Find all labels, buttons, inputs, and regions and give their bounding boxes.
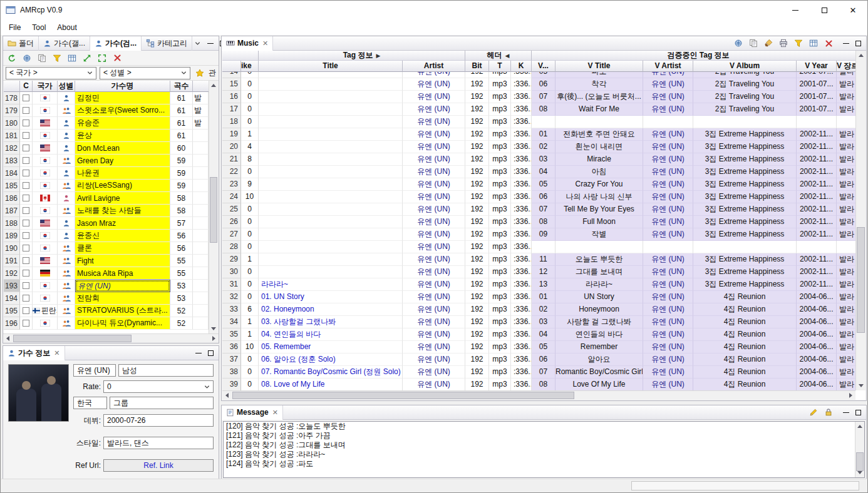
tab-left-0[interactable]: 폴더 [3,36,39,51]
artist-row[interactable]: 186Avril Lavigne58 [4,192,209,205]
checkbox[interactable] [23,220,29,226]
checkbox[interactable] [23,132,29,139]
message-vertical-scrollbar[interactable] [855,422,864,477]
artist-name[interactable]: 다이나믹 듀오(Dynamic... [75,317,170,330]
checkbox[interactable] [23,320,29,327]
artist-name[interactable]: STRATOVARIUS (스트라... [75,305,170,317]
check-cell[interactable] [20,92,33,104]
music-col-header-11[interactable]: V Year [797,61,837,72]
scroll-down-icon[interactable] [211,327,216,330]
artist-name[interactable]: 유엔 (UN) [75,280,170,292]
country-filter-select[interactable]: < 국가 > [6,67,96,79]
minimize-view-button[interactable] [205,38,215,48]
fit-button[interactable] [96,52,108,64]
minimize-window-button[interactable] [781,1,810,19]
tab-left-2[interactable]: 가수(검... [90,36,142,51]
music-row[interactable]: 270유엔 (UN)192mp3:336...09작별유엔 (UN)3집 Ext… [222,228,855,241]
artist-row[interactable]: 190클론56 [4,242,209,255]
favorite-button[interactable] [194,67,205,79]
artist-row[interactable]: 183Green Day59 [4,155,209,167]
checkbox[interactable] [23,145,29,151]
ref-link-button[interactable]: Ref. Link [103,459,214,472]
check-cell[interactable] [20,205,33,217]
brush-button[interactable] [762,37,775,49]
music-row[interactable]: 220유엔 (UN)192mp3:336...04아침유엔 (UN)3집 Ext… [222,166,855,178]
checkbox[interactable] [23,257,29,264]
music-row[interactable]: 361005. Remember유엔 (UN)192mp3:336...05Re… [222,341,855,353]
artist-col-header-3[interactable]: 성별 [58,81,75,92]
artist-name[interactable]: Jason Mraz [75,217,170,230]
scroll-up-icon[interactable] [211,84,216,87]
checkbox[interactable] [23,182,29,189]
artist-name[interactable]: 클론 [75,242,170,255]
artist-vertical-scrollbar[interactable] [209,81,218,333]
artist-row[interactable]: 181윤상61 [4,130,209,142]
music-col-header-7[interactable]: V... [532,61,555,72]
music-row[interactable]: 34103. 사랑할걸 그랬나봐유엔 (UN)192mp3:336...03사랑… [222,316,855,328]
music-header-blank[interactable] [222,61,241,72]
music-col-header-9[interactable]: V Artist [643,61,693,72]
artist-name[interactable]: 나윤권 [75,167,170,180]
artist-row[interactable]: 185리쌍(LeeSSang)59 [4,180,209,192]
grid-button[interactable] [807,37,820,49]
music-row[interactable]: 204유엔 (UN)192mp3:336...02흰눈이 내리면유엔 (UN)3… [222,141,855,153]
copy-button[interactable] [747,37,760,49]
tab-left-3[interactable]: 카테고리 [142,36,192,51]
style-field[interactable]: 발라드, 댄스 [103,437,214,449]
scrollbar-thumb[interactable] [210,177,217,243]
close-tab-icon[interactable]: ✕ [54,349,59,357]
artist-name[interactable]: 전람회 [75,292,170,305]
artist-type-field[interactable]: 그룹 [110,397,214,409]
artist-col-header-5[interactable]: 곡수 [170,81,193,92]
maximize-view-button[interactable] [853,407,864,417]
check-cell[interactable] [20,230,33,242]
checkbox[interactable] [23,232,29,239]
artist-country-field[interactable]: 한국 [73,397,107,409]
checkbox[interactable] [23,307,29,314]
music-row[interactable]: 291유엔 (UN)192mp3:336...11오늘도 뿌듯한유엔 (UN)3… [222,253,855,266]
music-row[interactable]: 300유엔 (UN)192mp3:336...12그대를 보내며유엔 (UN)3… [222,266,855,278]
artist-name-field[interactable]: 유엔 (UN) [73,364,116,377]
music-col-header-3[interactable]: Artist [403,61,465,72]
checkbox[interactable] [23,107,29,114]
music-col-header-2[interactable]: Title [259,61,403,72]
grid-button[interactable] [66,52,78,64]
check-cell[interactable] [20,155,33,167]
music-row[interactable]: 170유엔 (UN)192mp3:336...08Wait For Me유엔 (… [222,103,855,116]
menu-file[interactable]: File [3,21,26,34]
checkbox[interactable] [23,245,29,252]
music-row[interactable]: 150유엔 (UN)192mp3:336...06착각유엔 (UN)2집 Tra… [222,78,855,91]
music-row[interactable]: 32001. UN Story유엔 (UN)192mp3:336...01UN … [222,291,855,303]
artist-row[interactable]: 187노래를 찾는 사람들58 [4,205,209,217]
artist-row[interactable]: 195핀란...STRATOVARIUS (스트라...52 [4,305,209,317]
artist-row[interactable]: 182Don McLean60 [4,142,209,155]
check-cell[interactable] [20,280,33,292]
collapse-right-icon[interactable]: ▶ [376,53,380,59]
print-button[interactable] [777,37,790,49]
artist-row[interactable]: 188Jason Mraz57 [4,217,209,230]
check-cell[interactable] [20,305,33,317]
maximize-window-button[interactable] [810,1,839,19]
artist-row[interactable]: 180유승준61발 [4,117,209,130]
expand-button[interactable] [81,52,93,64]
checkbox[interactable] [23,170,29,176]
checkbox[interactable] [23,295,29,302]
music-col-header-10[interactable]: V Album [693,61,797,72]
music-col-header-4[interactable]: Bit [465,61,489,72]
artist-name[interactable]: 유승준 [75,117,170,130]
menu-tool[interactable]: Tool [26,21,51,34]
music-row[interactable]: 218유엔 (UN)192mp3:336...03Miracle유엔 (UN)3… [222,153,855,166]
artist-col-header-1[interactable]: C [20,81,33,92]
artist-row[interactable]: 191Fight55 [4,255,209,267]
debut-field[interactable]: 2000-07-26 [103,414,214,427]
music-row[interactable]: 35104. 연인들의 바다유엔 (UN)192mp3:336...04연인들의… [222,328,855,341]
check-cell[interactable] [20,292,33,305]
check-cell[interactable] [20,104,33,117]
view-menu-button[interactable] [192,38,203,48]
artist-name[interactable]: Green Day [75,155,170,167]
check-cell[interactable] [20,142,33,155]
scrollbar-thumb[interactable] [13,335,132,342]
music-vertical-scrollbar[interactable] [855,51,865,390]
scroll-up-icon[interactable] [857,425,862,428]
artist-horizontal-scrollbar[interactable] [3,333,219,343]
